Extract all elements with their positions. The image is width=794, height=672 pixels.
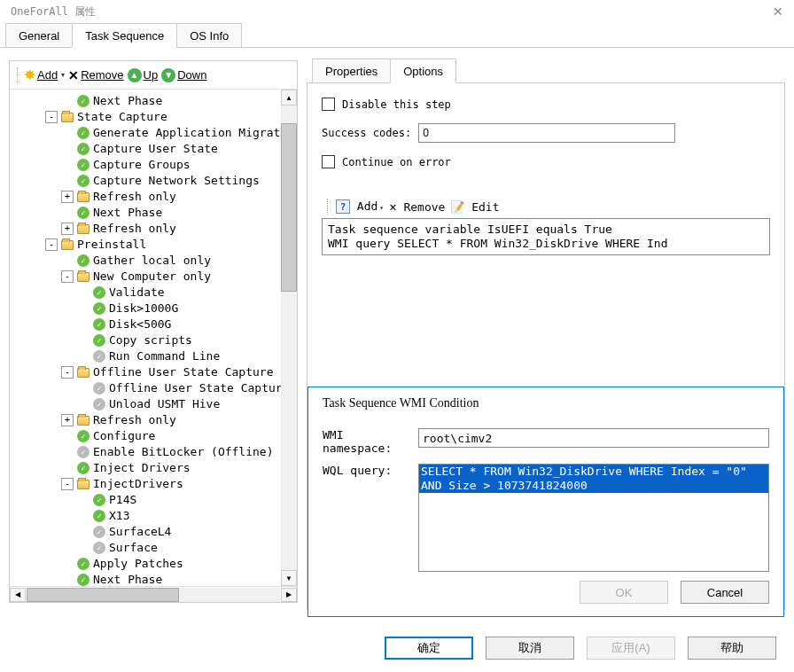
tab-options[interactable]: Options: [390, 59, 456, 83]
tree-node-label: P14S: [109, 492, 136, 508]
tree-node-label: Offline User State Capture: [93, 364, 274, 380]
tree-node[interactable]: ✓Generate Application Migrat: [12, 125, 295, 141]
v-scrollbar[interactable]: ▲ ▼: [281, 90, 297, 586]
disable-step-checkbox[interactable]: [322, 98, 335, 111]
collapse-icon[interactable]: -: [45, 238, 58, 251]
close-icon[interactable]: ✕: [773, 4, 783, 19]
tree-node[interactable]: ✓Next Phase: [12, 93, 295, 109]
h-scrollbar[interactable]: ◀ ▶: [10, 586, 297, 602]
collapse-icon[interactable]: -: [61, 478, 74, 490]
tree-node[interactable]: ✓Disk>1000G: [12, 301, 295, 316]
scroll-right-icon[interactable]: ▶: [281, 588, 297, 602]
tree-node-label: SurfaceL4: [109, 524, 171, 540]
condition-row[interactable]: WMI query SELECT * FROM Win32_DiskDrive …: [328, 237, 764, 251]
check-icon: ✓: [92, 318, 106, 331]
tab-os-info[interactable]: OS Info: [176, 23, 242, 48]
main-tab-row: General Task Sequence OS Info: [0, 23, 794, 48]
check-icon: ✓: [76, 462, 90, 474]
tree-node[interactable]: +Refresh only: [12, 412, 295, 428]
tree-node-label: New Computer only: [93, 269, 211, 285]
tree-node-label: Next Phase: [93, 205, 162, 221]
tree-node[interactable]: ✓Gather local only: [12, 253, 295, 269]
tree-node[interactable]: ✓P14S: [12, 492, 295, 508]
cancel-button[interactable]: 取消: [486, 637, 574, 660]
collapse-icon[interactable]: -: [61, 366, 74, 379]
v-scroll-thumb[interactable]: [281, 123, 297, 292]
down-button[interactable]: ▼ Down: [161, 68, 206, 82]
tree-node[interactable]: +Refresh only: [12, 189, 295, 205]
scroll-up-icon[interactable]: ▲: [281, 90, 297, 105]
check-icon: ✓: [76, 175, 90, 187]
wmi-namespace-input[interactable]: [418, 428, 769, 448]
continue-on-error-checkbox[interactable]: [322, 155, 335, 168]
tree-node[interactable]: ✓Configure: [12, 428, 295, 444]
tab-properties[interactable]: Properties: [312, 59, 391, 83]
conditions-list[interactable]: Task sequence variable IsUEFI equals Tru…: [322, 218, 770, 255]
remove-button[interactable]: ✕ Remove: [68, 68, 123, 82]
tree-node[interactable]: ✓Validate: [12, 285, 295, 301]
expand-icon[interactable]: +: [61, 191, 74, 203]
tree-node[interactable]: ✓X13: [12, 508, 295, 524]
tree-node[interactable]: ✓Unload USMT Hive: [12, 396, 295, 412]
tree-node[interactable]: ✓Enable BitLocker (Offline): [12, 444, 295, 460]
tree-container[interactable]: ✓Next Phase-State Capture✓Generate Appli…: [10, 90, 297, 586]
tree-node[interactable]: ✓Capture Groups: [12, 157, 295, 173]
tree-node[interactable]: ✓Copy scripts: [12, 332, 295, 348]
tree-node[interactable]: ✓Inject Drivers: [12, 460, 295, 476]
tree-node[interactable]: ✓Run Command Line: [12, 348, 295, 364]
tab-task-sequence[interactable]: Task Sequence: [72, 23, 177, 48]
h-scroll-thumb[interactable]: [27, 588, 179, 602]
tab-general[interactable]: General: [5, 23, 73, 48]
tree-node[interactable]: -Offline User State Capture: [12, 364, 295, 380]
tree-node[interactable]: -InjectDrivers: [12, 476, 295, 492]
cond-edit-button[interactable]: 📝 Edit: [450, 200, 499, 214]
tree: ✓Next Phase-State Capture✓Generate Appli…: [10, 90, 297, 586]
tree-node[interactable]: -Preinstall: [12, 237, 295, 253]
tree-node[interactable]: ✓Disk<500G: [12, 316, 295, 332]
add-button[interactable]: ✸ Add▾: [24, 66, 65, 83]
cond-remove-button[interactable]: ✕ Remove: [389, 199, 445, 214]
tree-node[interactable]: ✓SurfaceL4: [12, 524, 295, 540]
tree-node-label: Next Phase: [93, 93, 162, 109]
expander-spacer: [77, 494, 90, 506]
up-button[interactable]: ▲ Up: [128, 68, 159, 82]
tree-node[interactable]: ✓Next Phase: [12, 572, 295, 586]
cond-add-button[interactable]: ? Add▾: [336, 199, 384, 215]
tree-node-label: Refresh only: [93, 189, 176, 205]
tree-node-label: Gather local only: [93, 253, 211, 269]
dialog-title: Task Sequence WMI Condition: [323, 396, 769, 410]
scroll-down-icon[interactable]: ▼: [281, 570, 297, 586]
collapse-icon[interactable]: -: [61, 270, 74, 283]
tree-node[interactable]: -State Capture: [12, 109, 295, 125]
tree-node[interactable]: ✓Next Phase: [12, 205, 295, 221]
tree-node[interactable]: -New Computer only: [12, 269, 295, 285]
success-codes-input[interactable]: [418, 123, 675, 143]
tree-node[interactable]: ✓Capture Network Settings: [12, 173, 295, 189]
disabled-icon: ✓: [92, 542, 106, 554]
tree-node[interactable]: ✓Surface: [12, 540, 295, 556]
ok-button[interactable]: 确定: [385, 637, 473, 660]
tree-node-label: Capture Network Settings: [93, 173, 260, 189]
tree-node[interactable]: ✓Offline User State Captur: [12, 380, 295, 396]
expander-spacer: [77, 510, 90, 522]
tree-node[interactable]: +Refresh only: [12, 221, 295, 237]
expand-icon[interactable]: +: [61, 414, 74, 426]
expander-spacer: [61, 207, 74, 219]
dialog-cancel-button[interactable]: Cancel: [681, 581, 769, 604]
tree-node-label: Inject Drivers: [93, 460, 191, 476]
help-button[interactable]: 帮助: [688, 637, 776, 660]
tree-node-label: Disk>1000G: [109, 301, 178, 316]
tree-node[interactable]: ✓Capture User State: [12, 141, 295, 157]
check-icon: ✓: [92, 302, 106, 315]
tree-node[interactable]: ✓Apply Patches: [12, 556, 295, 572]
chevron-down-icon: ▾: [379, 204, 384, 212]
check-icon: ✓: [76, 127, 90, 139]
wql-query-textarea[interactable]: SELECT * FROM Win32_DiskDrive WHERE Inde…: [418, 464, 769, 572]
folder-icon: [76, 191, 90, 203]
scroll-left-icon[interactable]: ◀: [10, 588, 26, 602]
condition-row[interactable]: Task sequence variable IsUEFI equals Tru…: [328, 223, 764, 237]
disabled-icon: ✓: [76, 446, 90, 458]
collapse-icon[interactable]: -: [45, 111, 58, 123]
check-icon: ✓: [76, 159, 90, 171]
expand-icon[interactable]: +: [61, 223, 74, 235]
